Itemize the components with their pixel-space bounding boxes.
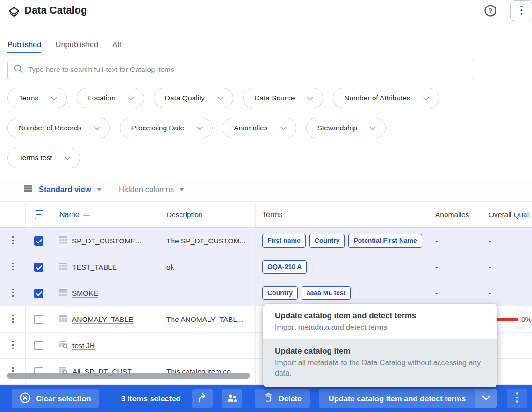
item-anomalies: - xyxy=(428,228,481,254)
filter-pill[interactable]: Terms test xyxy=(7,148,80,168)
filter-pill[interactable]: Anomalies xyxy=(223,118,296,138)
select-all-checkbox[interactable] xyxy=(35,210,43,219)
filter-pill[interactable]: Terms xyxy=(7,88,67,108)
filter-pill[interactable]: Stewardship xyxy=(306,118,386,138)
item-name-link[interactable]: test JH xyxy=(72,341,95,350)
action-bar-menu-button[interactable] xyxy=(507,389,527,408)
share-button[interactable] xyxy=(192,389,213,408)
menu-item-title: Update catalog item xyxy=(275,347,485,356)
tab[interactable]: Published xyxy=(7,40,41,53)
column-header-name[interactable]: Name xyxy=(59,211,79,219)
stewards-button[interactable] xyxy=(222,389,242,408)
tab[interactable]: All xyxy=(112,40,121,53)
term-chip[interactable]: Country xyxy=(309,234,345,248)
chevron-down-icon xyxy=(65,154,71,162)
header-menu-button[interactable] xyxy=(510,0,532,21)
filter-row: Terms test xyxy=(7,148,526,168)
item-terms: OQA-210 A xyxy=(255,254,428,280)
x-circle-icon xyxy=(19,392,31,405)
item-description: This catalog item co... xyxy=(154,359,255,384)
filter-pill[interactable]: Number of Attributes xyxy=(333,88,439,108)
filter-pill[interactable]: Location xyxy=(77,88,144,108)
item-name-link[interactable]: ANOMALY_TABLE xyxy=(72,315,133,324)
primary-action-label: Update catalog item and detect terms xyxy=(329,394,466,403)
hidden-columns-selector[interactable]: Hidden columns xyxy=(119,185,174,194)
filter-pill-label: Data Quality xyxy=(165,94,205,102)
row-menu-button[interactable] xyxy=(8,339,18,353)
item-name-link[interactable]: TEST_TABLE xyxy=(72,263,117,271)
tab-label: Published xyxy=(7,40,41,49)
row-menu-button[interactable] xyxy=(8,286,18,300)
data-catalog-logo-icon xyxy=(7,6,21,21)
update-catalog-item-button[interactable]: Update catalog item and detect terms xyxy=(319,389,475,408)
kebab-icon xyxy=(12,318,14,325)
view-selector-dropdown-icon[interactable] xyxy=(97,188,101,191)
row-menu-button[interactable] xyxy=(8,234,18,248)
chevron-down-icon xyxy=(197,124,203,132)
kebab-icon xyxy=(520,5,523,17)
item-overall-quality: - xyxy=(481,228,532,254)
filter-pill-label: Number of Attributes xyxy=(344,94,410,102)
table-view-bar: Standard view Hidden columns xyxy=(0,178,532,202)
column-header-terms[interactable]: Terms xyxy=(255,202,428,227)
delete-label: Delete xyxy=(279,394,302,403)
sort-icon[interactable] xyxy=(83,211,91,219)
item-description: ok xyxy=(154,254,255,280)
term-chip[interactable]: Country xyxy=(262,286,298,300)
item-name-link[interactable]: SMOKE xyxy=(72,289,98,298)
help-button[interactable]: ? xyxy=(483,4,497,18)
menu-item[interactable]: Update catalog item Import all metadata … xyxy=(263,339,497,387)
search-icon xyxy=(14,64,23,76)
delete-button[interactable]: Delete xyxy=(255,389,310,408)
item-overall-quality: - xyxy=(481,280,532,306)
horizontal-scrollbar[interactable] xyxy=(7,373,250,379)
filter-pill-label: Terms test xyxy=(19,154,52,162)
primary-action-dropdown-button[interactable] xyxy=(475,389,497,408)
column-header-description[interactable]: Description xyxy=(154,202,255,227)
row-checkbox[interactable] xyxy=(34,236,43,246)
kebab-icon xyxy=(516,392,518,405)
menu-item-subtitle: Import all metadata to the Data Catalog … xyxy=(275,358,485,379)
quality-percent: 0% xyxy=(521,315,532,324)
table-search-icon xyxy=(58,340,68,351)
kebab-icon xyxy=(12,265,14,272)
view-selector[interactable]: Standard view xyxy=(39,185,91,194)
filter-pill[interactable]: Processing Date xyxy=(120,118,213,138)
trash-icon xyxy=(263,392,273,405)
tab[interactable]: Unpublished xyxy=(55,40,98,53)
filter-pill-label: Anomalies xyxy=(234,124,267,132)
filter-pill[interactable]: Number of Records xyxy=(7,118,110,138)
table-view-icon xyxy=(23,185,33,194)
table-header-row: Name Description Terms Anomalies Overall… xyxy=(0,202,532,228)
term-chip[interactable]: OQA-210 A xyxy=(262,260,307,274)
clear-selection-label: Clear selection xyxy=(36,394,91,403)
table-icon xyxy=(58,288,68,298)
search-box xyxy=(7,60,474,79)
column-header-overall-quality[interactable]: Overall Qual xyxy=(481,202,532,227)
row-checkbox[interactable] xyxy=(34,263,43,272)
filter-pill[interactable]: Data Quality xyxy=(154,88,233,108)
chevron-down-icon xyxy=(280,124,287,132)
term-chip[interactable]: aaaa ML test xyxy=(302,286,351,300)
chevron-down-icon xyxy=(94,124,100,132)
search-input[interactable] xyxy=(28,65,468,74)
publish-state-tabs: PublishedUnpublishedAll xyxy=(7,40,121,53)
people-icon xyxy=(226,393,237,405)
item-description: The ANOMALY_TABL... xyxy=(154,306,255,332)
term-chip[interactable]: First name xyxy=(262,234,306,248)
filter-pill[interactable]: Data Source xyxy=(243,88,323,108)
row-checkbox[interactable] xyxy=(34,341,43,350)
clear-selection-button[interactable]: Clear selection xyxy=(12,389,99,408)
item-name-link[interactable]: SP_DT_CUSTOME... xyxy=(72,237,142,245)
menu-item-subtitle: Import metadata and detect terms xyxy=(275,322,485,333)
app-header: Data Catalog ? xyxy=(0,0,532,30)
tab-label: All xyxy=(112,40,121,49)
row-menu-button[interactable] xyxy=(8,260,18,274)
row-checkbox[interactable] xyxy=(34,289,43,298)
hidden-columns-dropdown-icon[interactable] xyxy=(180,188,184,191)
term-chip[interactable]: Potential First Name xyxy=(348,234,422,248)
row-menu-button[interactable] xyxy=(8,313,18,327)
menu-item[interactable]: Update catalog item and detect terms Imp… xyxy=(263,304,497,339)
column-header-anomalies[interactable]: Anomalies xyxy=(428,202,481,227)
row-checkbox[interactable] xyxy=(34,315,43,324)
